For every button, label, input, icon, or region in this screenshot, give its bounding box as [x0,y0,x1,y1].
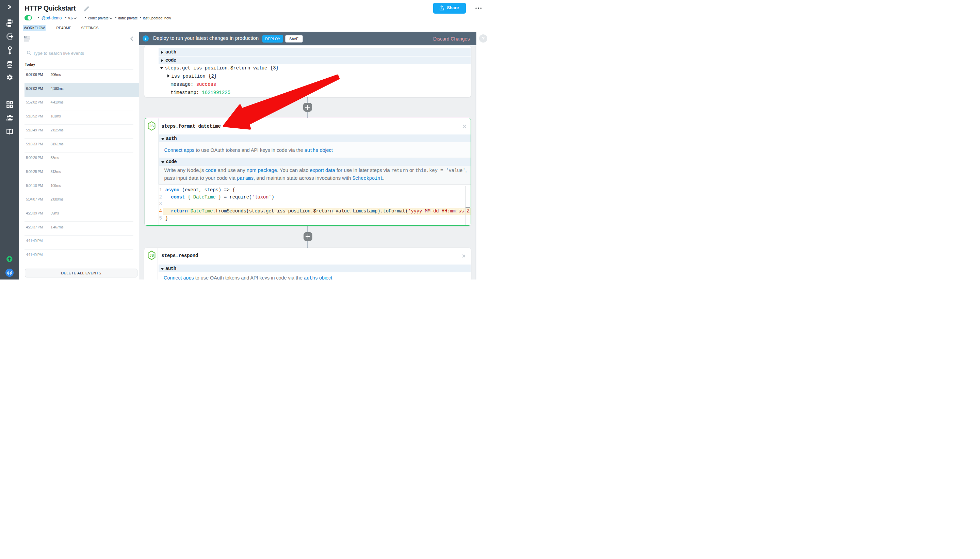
svg-text:@: @ [7,270,12,275]
svg-text:JS: JS [150,124,154,128]
svg-text:JS: JS [150,254,154,257]
